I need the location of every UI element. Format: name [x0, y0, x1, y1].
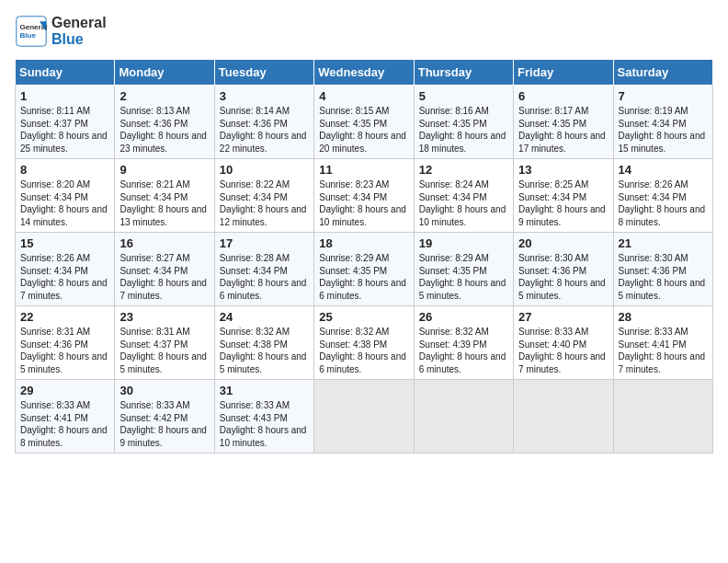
calendar-header: SundayMondayTuesdayWednesdayThursdayFrid… [16, 60, 713, 86]
week-row-2: 8 Sunrise: 8:20 AMSunset: 4:34 PMDayligh… [16, 159, 713, 233]
day-info: Sunrise: 8:20 AMSunset: 4:34 PMDaylight:… [20, 178, 109, 228]
week-row-4: 22 Sunrise: 8:31 AMSunset: 4:36 PMDaylig… [16, 306, 713, 380]
day-info: Sunrise: 8:33 AMSunset: 4:41 PMDaylight:… [20, 399, 109, 449]
day-cell: 18 Sunrise: 8:29 AMSunset: 4:35 PMDaylig… [314, 233, 414, 306]
day-info: Sunrise: 8:26 AMSunset: 4:34 PMDaylight:… [619, 178, 708, 228]
day-info: Sunrise: 8:27 AMSunset: 4:34 PMDaylight:… [119, 252, 209, 302]
day-number: 9 [119, 163, 209, 177]
calendar-table: SundayMondayTuesdayWednesdayThursdayFrid… [15, 59, 713, 454]
day-info: Sunrise: 8:28 AMSunset: 4:34 PMDaylight:… [220, 252, 309, 302]
day-number: 6 [518, 89, 608, 103]
day-cell: 9 Sunrise: 8:21 AMSunset: 4:34 PMDayligh… [115, 159, 214, 233]
day-number: 27 [518, 310, 608, 324]
day-number: 21 [619, 236, 708, 250]
day-info: Sunrise: 8:17 AMSunset: 4:35 PMDaylight:… [518, 105, 608, 155]
day-number: 29 [20, 384, 109, 397]
day-info: Sunrise: 8:14 AMSunset: 4:36 PMDaylight:… [220, 105, 309, 155]
day-cell: 6 Sunrise: 8:17 AMSunset: 4:35 PMDayligh… [514, 86, 613, 159]
day-number: 25 [319, 310, 408, 324]
day-number: 18 [319, 236, 408, 250]
day-number: 3 [220, 89, 309, 103]
day-number: 24 [220, 310, 309, 324]
day-cell: 31 Sunrise: 8:33 AMSunset: 4:43 PMDaylig… [214, 380, 313, 454]
day-info: Sunrise: 8:33 AMSunset: 4:41 PMDaylight:… [619, 326, 708, 375]
week-row-5: 29 Sunrise: 8:33 AMSunset: 4:41 PMDaylig… [16, 380, 713, 454]
day-cell: 30 Sunrise: 8:33 AMSunset: 4:42 PMDaylig… [115, 380, 214, 454]
day-info: Sunrise: 8:15 AMSunset: 4:35 PMDaylight:… [319, 105, 408, 155]
day-cell [314, 380, 414, 454]
header-cell-saturday: Saturday [613, 60, 712, 86]
svg-text:Blue: Blue [19, 31, 36, 40]
day-cell: 4 Sunrise: 8:15 AMSunset: 4:35 PMDayligh… [314, 86, 414, 159]
day-info: Sunrise: 8:26 AMSunset: 4:34 PMDaylight:… [20, 252, 109, 302]
day-number: 1 [20, 89, 109, 103]
day-number: 13 [518, 163, 608, 177]
day-number: 19 [419, 236, 508, 250]
day-cell: 1 Sunrise: 8:11 AMSunset: 4:37 PMDayligh… [16, 86, 115, 159]
logo: General Blue General Blue [15, 15, 107, 48]
day-cell [414, 380, 513, 454]
day-info: Sunrise: 8:32 AMSunset: 4:38 PMDaylight:… [220, 326, 309, 375]
day-cell: 25 Sunrise: 8:32 AMSunset: 4:38 PMDaylig… [314, 306, 414, 380]
day-cell: 27 Sunrise: 8:33 AMSunset: 4:40 PMDaylig… [514, 306, 613, 380]
day-cell: 23 Sunrise: 8:31 AMSunset: 4:37 PMDaylig… [115, 306, 214, 380]
day-cell: 17 Sunrise: 8:28 AMSunset: 4:34 PMDaylig… [214, 233, 313, 306]
header-row: SundayMondayTuesdayWednesdayThursdayFrid… [16, 60, 713, 86]
day-number: 5 [419, 89, 508, 103]
day-info: Sunrise: 8:23 AMSunset: 4:34 PMDaylight:… [319, 178, 408, 228]
day-cell: 14 Sunrise: 8:26 AMSunset: 4:34 PMDaylig… [613, 159, 712, 233]
day-info: Sunrise: 8:32 AMSunset: 4:38 PMDaylight:… [319, 326, 408, 375]
page-header: General Blue General Blue [15, 15, 713, 48]
day-cell: 29 Sunrise: 8:33 AMSunset: 4:41 PMDaylig… [16, 380, 115, 454]
day-number: 23 [119, 310, 209, 324]
day-info: Sunrise: 8:30 AMSunset: 4:36 PMDaylight:… [518, 252, 608, 302]
header-cell-wednesday: Wednesday [314, 60, 414, 86]
day-info: Sunrise: 8:30 AMSunset: 4:36 PMDaylight:… [619, 252, 708, 302]
day-info: Sunrise: 8:33 AMSunset: 4:42 PMDaylight:… [119, 399, 209, 449]
day-info: Sunrise: 8:33 AMSunset: 4:43 PMDaylight:… [220, 399, 309, 449]
day-cell [613, 380, 712, 454]
calendar-body: 1 Sunrise: 8:11 AMSunset: 4:37 PMDayligh… [16, 86, 713, 454]
day-info: Sunrise: 8:11 AMSunset: 4:37 PMDaylight:… [20, 105, 109, 155]
day-number: 16 [119, 236, 209, 250]
week-row-1: 1 Sunrise: 8:11 AMSunset: 4:37 PMDayligh… [16, 86, 713, 159]
day-cell: 16 Sunrise: 8:27 AMSunset: 4:34 PMDaylig… [115, 233, 214, 306]
day-cell: 2 Sunrise: 8:13 AMSunset: 4:36 PMDayligh… [115, 86, 214, 159]
day-number: 17 [220, 236, 309, 250]
day-info: Sunrise: 8:22 AMSunset: 4:34 PMDaylight:… [220, 178, 309, 228]
day-cell: 26 Sunrise: 8:32 AMSunset: 4:39 PMDaylig… [414, 306, 513, 380]
header-cell-thursday: Thursday [414, 60, 513, 86]
header-cell-friday: Friday [514, 60, 613, 86]
day-info: Sunrise: 8:29 AMSunset: 4:35 PMDaylight:… [419, 252, 508, 302]
day-number: 31 [220, 384, 309, 397]
day-cell: 11 Sunrise: 8:23 AMSunset: 4:34 PMDaylig… [314, 159, 414, 233]
day-number: 12 [419, 163, 508, 177]
day-cell: 13 Sunrise: 8:25 AMSunset: 4:34 PMDaylig… [514, 159, 613, 233]
logo-wordmark: General Blue [51, 15, 107, 47]
day-info: Sunrise: 8:25 AMSunset: 4:34 PMDaylight:… [518, 178, 608, 228]
logo-icon: General Blue [15, 15, 48, 48]
day-cell: 8 Sunrise: 8:20 AMSunset: 4:34 PMDayligh… [16, 159, 115, 233]
day-cell: 5 Sunrise: 8:16 AMSunset: 4:35 PMDayligh… [414, 86, 513, 159]
week-row-3: 15 Sunrise: 8:26 AMSunset: 4:34 PMDaylig… [16, 233, 713, 306]
header-cell-sunday: Sunday [16, 60, 115, 86]
day-info: Sunrise: 8:31 AMSunset: 4:36 PMDaylight:… [20, 326, 109, 375]
day-info: Sunrise: 8:29 AMSunset: 4:35 PMDaylight:… [319, 252, 408, 302]
day-number: 15 [20, 236, 109, 250]
day-cell: 28 Sunrise: 8:33 AMSunset: 4:41 PMDaylig… [613, 306, 712, 380]
day-cell [514, 380, 613, 454]
day-cell: 12 Sunrise: 8:24 AMSunset: 4:34 PMDaylig… [414, 159, 513, 233]
day-cell: 20 Sunrise: 8:30 AMSunset: 4:36 PMDaylig… [514, 233, 613, 306]
day-number: 20 [518, 236, 608, 250]
day-info: Sunrise: 8:16 AMSunset: 4:35 PMDaylight:… [419, 105, 508, 155]
day-number: 4 [319, 89, 408, 103]
header-cell-tuesday: Tuesday [214, 60, 313, 86]
day-info: Sunrise: 8:19 AMSunset: 4:34 PMDaylight:… [619, 105, 708, 155]
day-cell: 3 Sunrise: 8:14 AMSunset: 4:36 PMDayligh… [214, 86, 313, 159]
day-cell: 19 Sunrise: 8:29 AMSunset: 4:35 PMDaylig… [414, 233, 513, 306]
day-number: 30 [119, 384, 209, 397]
day-cell: 15 Sunrise: 8:26 AMSunset: 4:34 PMDaylig… [16, 233, 115, 306]
header-cell-monday: Monday [115, 60, 214, 86]
day-info: Sunrise: 8:13 AMSunset: 4:36 PMDaylight:… [119, 105, 209, 155]
day-number: 10 [220, 163, 309, 177]
